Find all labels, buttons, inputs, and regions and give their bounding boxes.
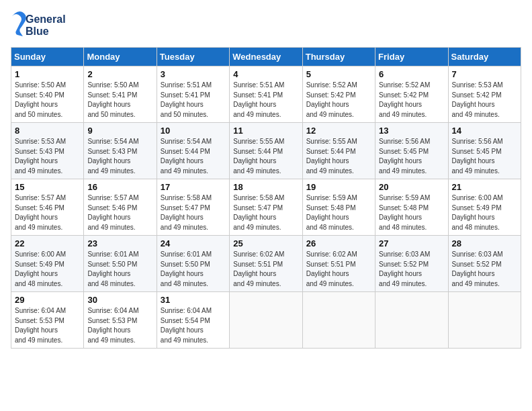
- day-number: 27: [379, 238, 444, 248]
- day-detail: Sunrise: 6:01 AMSunset: 5:50 PMDaylight …: [161, 250, 212, 287]
- calendar-week-row: 22 Sunrise: 6:00 AMSunset: 5:49 PMDaylig…: [11, 236, 521, 292]
- calendar-cell: [448, 292, 521, 349]
- day-number: 16: [87, 182, 152, 192]
- day-number: 3: [161, 69, 226, 79]
- day-detail: Sunrise: 6:03 AMSunset: 5:52 PMDaylight …: [379, 250, 430, 287]
- weekday-header: Friday: [375, 48, 448, 66]
- day-detail: Sunrise: 5:52 AMSunset: 5:42 PMDaylight …: [306, 81, 357, 118]
- day-number: 2: [87, 69, 152, 79]
- calendar-cell: 20 Sunrise: 5:59 AMSunset: 5:48 PMDaylig…: [375, 179, 448, 236]
- day-number: 11: [233, 126, 298, 136]
- day-detail: Sunrise: 5:55 AMSunset: 5:44 PMDaylight …: [306, 138, 357, 175]
- day-number: 18: [233, 182, 298, 192]
- day-detail: Sunrise: 5:54 AMSunset: 5:44 PMDaylight …: [161, 138, 212, 175]
- weekday-header: Thursday: [302, 48, 375, 66]
- day-detail: Sunrise: 5:51 AMSunset: 5:41 PMDaylight …: [161, 81, 212, 118]
- day-detail: Sunrise: 6:04 AMSunset: 5:53 PMDaylight …: [87, 307, 138, 344]
- calendar-cell: 6 Sunrise: 5:52 AMSunset: 5:42 PMDayligh…: [375, 66, 448, 123]
- calendar-cell: 25 Sunrise: 6:02 AMSunset: 5:51 PMDaylig…: [230, 236, 302, 292]
- calendar-cell: 3 Sunrise: 5:51 AMSunset: 5:41 PMDayligh…: [157, 66, 229, 123]
- logo: GeneralBlue: [11, 11, 71, 40]
- day-detail: Sunrise: 6:02 AMSunset: 5:51 PMDaylight …: [306, 250, 357, 287]
- day-number: 6: [379, 69, 444, 79]
- calendar-cell: 9 Sunrise: 5:54 AMSunset: 5:43 PMDayligh…: [84, 123, 157, 179]
- calendar-cell: 14 Sunrise: 5:56 AMSunset: 5:45 PMDaylig…: [448, 123, 521, 179]
- day-number: 28: [452, 238, 517, 248]
- day-number: 7: [452, 69, 517, 79]
- weekday-header: Monday: [84, 48, 157, 66]
- day-number: 5: [306, 69, 371, 79]
- calendar-cell: 28 Sunrise: 6:03 AMSunset: 5:52 PMDaylig…: [448, 236, 521, 292]
- day-number: 23: [87, 238, 152, 248]
- calendar-cell: 27 Sunrise: 6:03 AMSunset: 5:52 PMDaylig…: [375, 236, 448, 292]
- calendar-cell: 10 Sunrise: 5:54 AMSunset: 5:44 PMDaylig…: [157, 123, 229, 179]
- calendar-cell: 23 Sunrise: 6:01 AMSunset: 5:50 PMDaylig…: [84, 236, 157, 292]
- day-number: 22: [15, 238, 80, 248]
- day-detail: Sunrise: 6:02 AMSunset: 5:51 PMDaylight …: [233, 250, 284, 287]
- day-number: 17: [161, 182, 226, 192]
- calendar-cell: 8 Sunrise: 5:53 AMSunset: 5:43 PMDayligh…: [11, 123, 84, 179]
- calendar-cell: 19 Sunrise: 5:59 AMSunset: 5:48 PMDaylig…: [302, 179, 375, 236]
- day-detail: Sunrise: 5:57 AMSunset: 5:46 PMDaylight …: [15, 194, 66, 231]
- day-detail: Sunrise: 5:58 AMSunset: 5:47 PMDaylight …: [233, 194, 284, 231]
- day-number: 31: [161, 295, 226, 305]
- day-detail: Sunrise: 5:50 AMSunset: 5:40 PMDaylight …: [15, 81, 66, 118]
- header: GeneralBlue: [11, 11, 521, 40]
- day-number: 12: [306, 126, 371, 136]
- day-detail: Sunrise: 6:03 AMSunset: 5:52 PMDaylight …: [452, 250, 503, 287]
- calendar-cell: 31 Sunrise: 6:04 AMSunset: 5:54 PMDaylig…: [157, 292, 229, 349]
- day-detail: Sunrise: 5:50 AMSunset: 5:41 PMDaylight …: [87, 81, 138, 118]
- calendar-cell: 18 Sunrise: 5:58 AMSunset: 5:47 PMDaylig…: [230, 179, 302, 236]
- calendar-cell: 4 Sunrise: 5:51 AMSunset: 5:41 PMDayligh…: [230, 66, 302, 123]
- day-detail: Sunrise: 5:53 AMSunset: 5:43 PMDaylight …: [15, 138, 66, 175]
- calendar-cell: 7 Sunrise: 5:53 AMSunset: 5:42 PMDayligh…: [448, 66, 521, 123]
- day-number: 30: [87, 295, 152, 305]
- calendar-cell: 5 Sunrise: 5:52 AMSunset: 5:42 PMDayligh…: [302, 66, 375, 123]
- day-number: 13: [379, 126, 444, 136]
- calendar-cell: [375, 292, 448, 349]
- calendar-cell: 16 Sunrise: 5:57 AMSunset: 5:46 PMDaylig…: [84, 179, 157, 236]
- day-number: 10: [161, 126, 226, 136]
- day-detail: Sunrise: 5:52 AMSunset: 5:42 PMDaylight …: [379, 81, 430, 118]
- calendar-cell: 1 Sunrise: 5:50 AMSunset: 5:40 PMDayligh…: [11, 66, 84, 123]
- calendar-cell: 29 Sunrise: 6:04 AMSunset: 5:53 PMDaylig…: [11, 292, 84, 349]
- calendar-cell: 2 Sunrise: 5:50 AMSunset: 5:41 PMDayligh…: [84, 66, 157, 123]
- calendar-cell: [230, 292, 302, 349]
- logo-svg: GeneralBlue: [11, 11, 71, 40]
- weekday-header: Saturday: [448, 48, 521, 66]
- day-number: 24: [161, 238, 226, 248]
- day-number: 4: [233, 69, 298, 79]
- day-detail: Sunrise: 5:54 AMSunset: 5:43 PMDaylight …: [87, 138, 138, 175]
- calendar-cell: [302, 292, 375, 349]
- calendar-cell: 13 Sunrise: 5:56 AMSunset: 5:45 PMDaylig…: [375, 123, 448, 179]
- calendar-table: SundayMondayTuesdayWednesdayThursdayFrid…: [11, 47, 521, 349]
- day-number: 21: [452, 182, 517, 192]
- day-detail: Sunrise: 6:04 AMSunset: 5:54 PMDaylight …: [161, 307, 212, 344]
- day-detail: Sunrise: 5:56 AMSunset: 5:45 PMDaylight …: [452, 138, 503, 175]
- calendar-week-row: 1 Sunrise: 5:50 AMSunset: 5:40 PMDayligh…: [11, 66, 521, 123]
- day-detail: Sunrise: 5:56 AMSunset: 5:45 PMDaylight …: [379, 138, 430, 175]
- day-number: 1: [15, 69, 80, 79]
- calendar-cell: 12 Sunrise: 5:55 AMSunset: 5:44 PMDaylig…: [302, 123, 375, 179]
- calendar-cell: 21 Sunrise: 6:00 AMSunset: 5:49 PMDaylig…: [448, 179, 521, 236]
- day-detail: Sunrise: 5:53 AMSunset: 5:42 PMDaylight …: [452, 81, 503, 118]
- day-detail: Sunrise: 5:55 AMSunset: 5:44 PMDaylight …: [233, 138, 284, 175]
- calendar-week-row: 15 Sunrise: 5:57 AMSunset: 5:46 PMDaylig…: [11, 179, 521, 236]
- day-detail: Sunrise: 6:01 AMSunset: 5:50 PMDaylight …: [87, 250, 138, 287]
- calendar-header-row: SundayMondayTuesdayWednesdayThursdayFrid…: [11, 48, 521, 66]
- calendar-cell: 11 Sunrise: 5:55 AMSunset: 5:44 PMDaylig…: [230, 123, 302, 179]
- day-detail: Sunrise: 6:00 AMSunset: 5:49 PMDaylight …: [15, 250, 66, 287]
- day-number: 20: [379, 182, 444, 192]
- day-detail: Sunrise: 5:57 AMSunset: 5:46 PMDaylight …: [87, 194, 138, 231]
- day-detail: Sunrise: 6:00 AMSunset: 5:49 PMDaylight …: [452, 194, 503, 231]
- svg-text:Blue: Blue: [26, 26, 49, 37]
- day-number: 15: [15, 182, 80, 192]
- calendar-cell: 26 Sunrise: 6:02 AMSunset: 5:51 PMDaylig…: [302, 236, 375, 292]
- day-number: 14: [452, 126, 517, 136]
- day-number: 25: [233, 238, 298, 248]
- day-detail: Sunrise: 5:58 AMSunset: 5:47 PMDaylight …: [161, 194, 212, 231]
- day-number: 8: [15, 126, 80, 136]
- weekday-header: Sunday: [11, 48, 84, 66]
- day-detail: Sunrise: 5:51 AMSunset: 5:41 PMDaylight …: [233, 81, 284, 118]
- day-detail: Sunrise: 6:04 AMSunset: 5:53 PMDaylight …: [15, 307, 66, 344]
